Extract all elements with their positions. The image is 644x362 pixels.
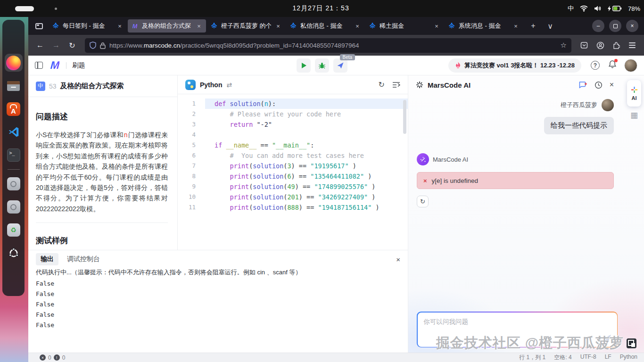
dock-disc-2-icon[interactable] [5,198,23,216]
firefox-view-button[interactable] [31,19,47,33]
tab-close-icon[interactable]: × [433,23,440,30]
submit-button[interactable]: Beta [333,58,347,73]
dock-vscode-icon[interactable] [5,123,23,141]
retry-button[interactable]: ↻ [417,196,429,207]
debug-button[interactable] [315,58,329,73]
nav-section-label[interactable]: 刷题 [72,61,85,70]
activities-indicator[interactable] [15,6,34,11]
line-number: 10 [178,192,205,202]
bookmark-star-icon[interactable]: ☆ [561,41,567,49]
browser-tab[interactable]: 每日签到 - 掘金× [49,19,127,33]
statusbar-item[interactable]: LF [605,354,611,362]
run-button[interactable] [297,58,311,73]
browser-tab[interactable]: 私信消息 - 掘金× [286,19,364,33]
code-line[interactable]: 6 # You can add more test cases here [178,150,408,161]
output-result-line: False [36,320,400,330]
tab-close-icon[interactable]: × [512,23,520,30]
statusbar-item[interactable]: 行 1，列 1 [519,354,545,362]
url-bar[interactable]: https://www.marscode.cn/practice/5wrqq5l… [85,38,571,53]
pocket-icon[interactable] [577,38,591,52]
account-icon[interactable] [593,38,607,52]
dock-files-icon[interactable] [5,77,23,95]
tab-list-dropdown[interactable]: ∨ [543,19,557,33]
wifi-icon[interactable] [580,5,588,12]
extension-grid-icon[interactable]: ▦ [630,110,638,120]
warnings-icon[interactable]: ! [54,354,60,361]
new-chat-icon[interactable] [578,81,587,89]
tab-debug-console[interactable]: 调试控制台 [67,255,100,263]
dock-disc-1-icon[interactable] [5,175,23,193]
code-line[interactable]: 1def solution(n): [178,99,408,109]
tab-close-icon[interactable]: × [274,23,282,30]
dock-terminal-icon[interactable]: >_ [5,146,23,164]
output-close-icon[interactable]: × [396,255,400,263]
errors-icon[interactable]: × [40,354,46,361]
battery-icon[interactable] [612,6,622,11]
flame-icon [455,62,461,69]
statusbar-item[interactable]: 空格: 4 [554,354,571,362]
output-result-line: False [36,310,400,320]
code-text: def solution(n): [205,99,408,109]
code-text: if __name__ == "__main__": [205,140,408,150]
tab-close-icon[interactable]: × [195,23,203,30]
code-line[interactable]: 8 print(solution(6) == "135464411082" ) [178,171,408,181]
code-line[interactable]: 4 [178,130,408,140]
problem-panel: 中 53 及格的组合方式探索 问题描述 小S在学校选择了3门必修课和n门选修课程… [28,75,178,250]
ai-sidebar-shortcut[interactable]: AI [627,80,641,107]
code-line[interactable]: 7 print(solution(3) == "19195617" ) [178,161,408,171]
dock-show-apps-ubuntu-icon[interactable] [5,244,23,262]
dock-software-center-icon[interactable]: A [5,100,23,118]
dock-firefox-icon[interactable] [5,54,23,72]
statusbar-item[interactable]: Python [620,354,637,362]
tab-close-icon[interactable]: × [116,23,124,30]
notifications-button[interactable] [608,60,617,71]
code-line[interactable]: 11 print(solution(888) == "194187156114"… [178,202,408,213]
sidebar-toggle-icon[interactable] [35,62,43,69]
code-line[interactable]: 2 # Please write your code here [178,109,408,119]
code-text: print(solution(6) == "135464411082" ) [205,171,408,181]
tab-output[interactable]: 输出 [36,253,58,265]
window-minimize-button[interactable]: – [592,20,604,32]
format-code-icon[interactable] [392,82,400,88]
ai-close-icon[interactable]: × [610,81,614,89]
statusbar-item[interactable]: UTF-8 [580,354,596,362]
back-button[interactable]: ← [33,38,47,52]
volume-icon[interactable] [594,5,602,12]
extensions-puzzle-icon[interactable] [609,38,623,52]
browser-tab[interactable]: 橙子西瓜菠萝 的个× [207,19,285,33]
browser-tab[interactable]: 系统消息 - 掘金× [445,19,523,33]
send-icon[interactable] [602,333,612,344]
language-label[interactable]: Python [200,81,222,89]
browser-tab[interactable]: 稀土掘金× [365,19,444,33]
code-editor[interactable]: 1def solution(n):2 # Please write your c… [178,94,408,250]
browser-tab[interactable]: M及格的组合方式探× [128,19,206,33]
code-line[interactable]: 10 print(solution(201) == "34269227409" … [178,192,408,202]
help-button[interactable]: ? [591,61,600,70]
lock-icon[interactable] [100,42,106,49]
window-maximize-button[interactable] [609,20,621,32]
output-result-line: False [36,289,400,299]
code-line[interactable]: 9 print(solution(49) == "174899025576" ) [178,181,408,192]
forward-button[interactable]: → [49,38,63,52]
marscode-logo[interactable]: M [50,59,60,72]
code-line[interactable]: 3 return "-2" [178,119,408,130]
tab-close-icon[interactable]: × [354,23,361,30]
code-line[interactable]: 5if __name__ == "__main__": [178,140,408,150]
language-swap-icon[interactable]: ⇄ [226,81,232,89]
history-icon[interactable] [594,81,603,89]
reset-code-icon[interactable]: ↻ [379,80,385,89]
system-clock[interactable]: 12月27日 21：53 [293,0,349,17]
ai-shortcut-label: AI [632,95,637,101]
url-text[interactable]: https://www.marscode.cn/practice/5wrqq5l… [109,42,557,49]
editor-scrollbar[interactable] [403,100,406,134]
ime-indicator[interactable]: 中 [568,4,574,13]
contest-banner[interactable]: 算法竞技赛 vol1 3报名啦！ 12.23 -12.28 [448,58,581,73]
reload-button[interactable]: ↻ [65,38,79,52]
new-tab-button[interactable]: + [526,19,540,33]
tracking-shield-icon[interactable] [90,41,96,49]
chat-input[interactable]: 你可以问我问题 [418,313,617,347]
dock-trash-icon[interactable]: ♻ [5,221,23,239]
user-avatar[interactable] [624,59,637,72]
menu-hamburger-icon[interactable] [625,38,639,52]
window-close-button[interactable]: × [626,20,638,32]
